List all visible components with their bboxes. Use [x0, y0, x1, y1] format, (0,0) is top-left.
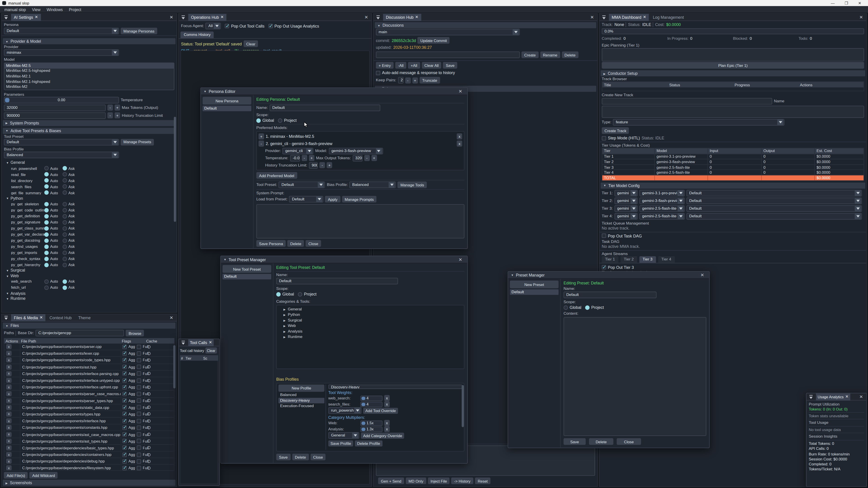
category-row[interactable]: ▶ Web — [278, 323, 462, 328]
persona-name-input[interactable]: Default — [270, 105, 380, 111]
stream-tab[interactable]: Tier 1 — [602, 256, 618, 263]
tab-discussion-hub[interactable]: Discussion Hub✕ — [383, 13, 421, 21]
screenshots-header[interactable]: ▶ Screenshots — [3, 480, 176, 486]
ai-settings-scrollbar[interactable] — [174, 117, 176, 222]
provider-model-header[interactable]: ▼ Provider & Model — [3, 38, 176, 44]
composer-action-button[interactable]: MD Only — [406, 477, 426, 484]
step-mode-checkbox[interactable] — [602, 136, 606, 140]
ask-radio[interactable] — [63, 238, 67, 243]
dock-icon[interactable] — [181, 340, 186, 345]
ask-radio[interactable] — [63, 279, 67, 284]
new-profile-button[interactable]: New Profile — [278, 385, 324, 392]
tier-model-select[interactable]: gemini-3-flash-preview — [640, 197, 685, 204]
file-row[interactable]: x C:/projects/gencpp/base/components/con… — [4, 424, 174, 431]
add-preferred-model-button[interactable]: Add Preferred Model — [256, 172, 297, 179]
tab-log-management[interactable]: Log Management — [650, 13, 687, 21]
model-list-item[interactable]: MiniMax-M2.5-highspeed — [4, 68, 174, 74]
tool-group-row[interactable]: ▼ Python — [2, 196, 177, 201]
agg-checkbox[interactable] — [122, 425, 127, 430]
auto-add-checkbox[interactable] — [376, 70, 380, 75]
tier-model-select[interactable]: gemini-2.5-flash-lite — [640, 205, 685, 212]
panel-close-icon[interactable]: ✕ — [167, 315, 176, 320]
full-checkbox[interactable] — [137, 459, 141, 464]
agg-checkbox[interactable] — [122, 412, 127, 416]
weight-slider[interactable]: 4 — [360, 395, 382, 401]
preset-scope-global-radio[interactable] — [563, 305, 568, 310]
preset-name-input[interactable]: Default — [563, 292, 656, 298]
tpm-close-button[interactable]: Close — [310, 454, 326, 460]
delete-persona-button[interactable]: Delete — [287, 240, 304, 247]
preset-content-input[interactable] — [563, 317, 706, 436]
keep-pairs-decrement-button[interactable]: - — [405, 77, 410, 84]
tool-calls-clear-button[interactable]: Clear — [205, 348, 217, 354]
delete-profile-button[interactable]: Delete Profile — [355, 440, 382, 447]
persona-editor-titlebar[interactable]: ▼ Persona Editor ✕ — [201, 88, 467, 95]
ask-radio[interactable] — [63, 245, 67, 249]
model-list-item[interactable]: MiniMax-M2.1 — [4, 74, 174, 79]
tab-files-media[interactable]: Files & Media✕ — [11, 314, 46, 321]
full-checkbox[interactable] — [137, 345, 141, 349]
ask-radio[interactable] — [63, 202, 67, 206]
agg-checkbox[interactable] — [122, 365, 127, 369]
remove-multiplier-button[interactable]: x — [384, 420, 390, 426]
auto-radio[interactable] — [44, 178, 49, 183]
new-tool-preset-button[interactable]: New Tool Preset — [222, 265, 271, 273]
auto-radio[interactable] — [44, 279, 49, 284]
remove-file-button[interactable]: x — [6, 466, 11, 470]
full-checkbox[interactable] — [137, 358, 141, 362]
pm-max-tokens-input[interactable]: 32000 — [352, 155, 363, 161]
tier-model-select[interactable]: gemini-3.1-pro-preview — [640, 190, 685, 196]
file-row[interactable]: x C:/projects/gencpp/base/components/int… — [4, 377, 174, 384]
remove-file-button[interactable]: x — [6, 364, 11, 369]
temp-decrement-button[interactable]: - — [302, 155, 307, 161]
truncate-button[interactable]: Truncate — [420, 77, 440, 84]
track-type-select[interactable]: feature — [613, 119, 784, 126]
tool-group-row[interactable]: ▼ Web — [2, 273, 177, 278]
tpm-titlebar[interactable]: ▼ Tool Preset Manager ✕ — [221, 256, 467, 263]
base-dir-input[interactable]: C:/projects/gencpp — [36, 330, 124, 336]
panel-close-icon[interactable]: ✕ — [857, 394, 865, 399]
auto-radio[interactable] — [44, 191, 49, 195]
popout-tier3-checkbox[interactable] — [602, 265, 606, 269]
ask-radio[interactable] — [63, 220, 67, 225]
tpm-scope-global-radio[interactable] — [276, 292, 281, 296]
keep-pairs-input[interactable]: 2 — [398, 77, 403, 84]
remove-file-button[interactable]: x — [6, 391, 11, 396]
apply-button[interactable]: Apply — [325, 196, 340, 202]
agg-checkbox[interactable] — [122, 392, 127, 396]
tier-preset-select[interactable]: Default — [686, 197, 862, 204]
dock-icon[interactable] — [4, 15, 9, 20]
ask-radio[interactable] — [63, 251, 67, 255]
remove-file-button[interactable]: x — [6, 405, 11, 410]
auto-radio[interactable] — [44, 232, 49, 237]
entry-action-button[interactable]: Save — [443, 62, 457, 68]
model-list-item[interactable]: MiniMax-M2.5 — [4, 63, 174, 68]
tier-preset-select[interactable]: Default — [686, 205, 862, 212]
category-row[interactable]: ▶ Surgical — [278, 318, 462, 323]
persona-select[interactable]: Default — [4, 28, 119, 34]
full-checkbox[interactable] — [137, 371, 141, 376]
agg-checkbox[interactable] — [122, 446, 127, 450]
auto-radio[interactable] — [44, 208, 49, 213]
full-checkbox[interactable] — [137, 419, 141, 423]
entry-action-button[interactable]: Clear All — [422, 62, 441, 68]
agg-checkbox[interactable] — [122, 398, 127, 403]
file-row[interactable]: x C:/projects/gencpp/base/components/int… — [4, 418, 174, 424]
close-window-icon[interactable]: ✕ — [858, 1, 861, 5]
tool-preset-list-item[interactable]: Default — [222, 274, 271, 279]
history-limit-input[interactable]: 900000 — [4, 112, 106, 119]
auto-radio[interactable] — [44, 226, 49, 231]
file-row[interactable]: x C:/projects/gencpp/base/components/typ… — [4, 411, 174, 418]
auto-radio[interactable] — [44, 256, 49, 261]
tpm-delete-button[interactable]: Delete — [292, 454, 309, 460]
focus-agent-select[interactable]: All — [206, 23, 221, 29]
new-persona-button[interactable]: New Persona — [203, 97, 251, 105]
tab-ai-settings[interactable]: AI Settings✕ — [11, 13, 41, 21]
tier-provider-select[interactable]: gemini — [614, 197, 638, 204]
agg-checkbox[interactable] — [122, 358, 127, 362]
full-checkbox[interactable] — [137, 398, 141, 403]
pm-provider-select[interactable]: gemini_cli — [283, 148, 313, 154]
ask-radio[interactable] — [63, 208, 67, 213]
system-prompt-input[interactable] — [256, 204, 465, 238]
agg-checkbox[interactable] — [122, 419, 127, 423]
